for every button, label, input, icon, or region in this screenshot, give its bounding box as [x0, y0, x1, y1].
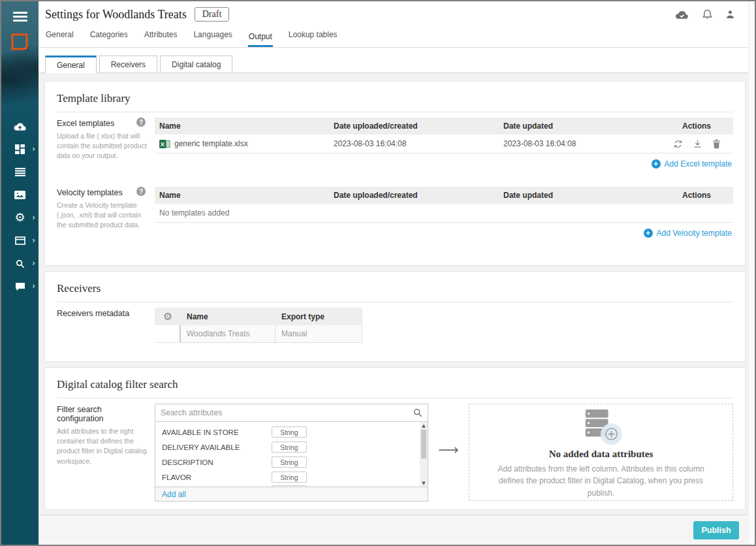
add-circle-icon: [652, 159, 661, 169]
excel-templates-section: Excel templates Upload a file (.xlsx) th…: [45, 112, 745, 172]
section-title: Receivers: [45, 272, 745, 302]
section-title: Template library: [45, 82, 745, 112]
table-header-row: Name Date uploaded/created Date updated …: [155, 118, 733, 135]
page-scrollbar[interactable]: [748, 1, 755, 545]
cloud-sync-icon[interactable]: [674, 9, 689, 20]
column-header-name: Name: [155, 121, 334, 131]
sidebar-item-upload[interactable]: [1, 115, 39, 138]
attribute-type-badge: String: [272, 472, 307, 483]
attribute-item[interactable]: FLAVOR String: [155, 470, 419, 485]
date-uploaded-value: 2023-08-03 16:04:08: [334, 139, 503, 148]
attribute-item[interactable]: AVAILABLE IN STORE String: [155, 425, 419, 440]
tab-output[interactable]: Output: [248, 32, 273, 47]
download-icon[interactable]: [693, 139, 702, 149]
scroll-up-icon[interactable]: [420, 422, 428, 429]
gear-icon: [14, 212, 25, 224]
table-header-row: Name Export type: [155, 308, 362, 325]
column-header-name: Name: [155, 191, 334, 200]
add-all-link[interactable]: Add all: [162, 490, 186, 499]
page-title: Settings for Woodlands Treats: [45, 8, 187, 22]
sidebar-item-media[interactable]: [1, 184, 39, 206]
excel-file-icon: X: [159, 139, 170, 149]
add-velocity-template-label: Add Velocity template: [657, 229, 732, 238]
notifications-icon[interactable]: [702, 9, 712, 20]
search-icon[interactable]: [413, 408, 422, 417]
svg-text:X: X: [161, 141, 165, 148]
subtab-general[interactable]: General: [45, 56, 97, 73]
velocity-templates-table: Name Date uploaded/created Date updated …: [155, 187, 733, 242]
gear-icon[interactable]: [155, 312, 181, 322]
attribute-item[interactable]: DESCRIPTION String: [155, 455, 419, 470]
sidebar-nav: ›: [1, 115, 39, 298]
attribute-item[interactable]: DELIVERY AVAILABLE String: [155, 440, 419, 455]
attribute-item-clipped[interactable]: [155, 485, 419, 487]
subtab-digital-catalog[interactable]: Digital catalog: [160, 56, 232, 72]
column-header-date-uploaded: Date uploaded/created: [334, 121, 503, 131]
tab-lookup-tables[interactable]: Lookup tables: [288, 30, 338, 47]
empty-table-text: No templates added: [155, 208, 334, 217]
date-updated-value: 2023-08-03 16:04:08: [503, 139, 660, 148]
list-scrollbar[interactable]: [420, 422, 428, 487]
empty-state-title: No added data attributes: [549, 449, 654, 460]
receiver-name: Woodlands Treats: [181, 325, 276, 343]
panel-icon: [15, 236, 25, 245]
receiver-export-type: Manual: [276, 325, 362, 343]
publish-button[interactable]: Publish: [693, 521, 739, 539]
menu-icon[interactable]: [1, 1, 39, 31]
tab-general[interactable]: General: [45, 30, 74, 47]
velocity-templates-section: Velocity templates Create a Velocity tem…: [45, 182, 745, 242]
tab-languages[interactable]: Languages: [193, 30, 232, 47]
delete-icon[interactable]: [712, 139, 721, 149]
add-velocity-template[interactable]: Add Velocity template: [155, 223, 733, 242]
image-icon: [14, 191, 25, 199]
chevron-right-icon: ›: [32, 236, 35, 245]
subtab-receivers[interactable]: Receivers: [99, 56, 157, 72]
scrollbar-thumb[interactable]: [421, 430, 426, 458]
scroll-down-icon[interactable]: [420, 479, 428, 487]
sidebar-item-panels[interactable]: ›: [1, 229, 39, 252]
section-title: Digital catalog filter search: [45, 368, 745, 398]
column-header-name: Name: [181, 312, 276, 321]
attribute-list: AVAILABLE IN STORE String DELIVERY AVAIL…: [155, 422, 428, 487]
status-badge: Draft: [195, 7, 230, 22]
add-excel-template[interactable]: Add Excel template: [155, 153, 733, 172]
add-excel-template-label: Add Excel template: [665, 159, 732, 169]
tab-categories[interactable]: Categories: [89, 30, 129, 47]
chevron-right-icon: ›: [32, 281, 35, 291]
attribute-list-box: AVAILABLE IN STORE String DELIVERY AVAIL…: [155, 404, 428, 502]
tab-attributes[interactable]: Attributes: [144, 30, 178, 47]
excel-templates-table: Name Date uploaded/created Date updated …: [155, 118, 733, 172]
list-icon: [15, 168, 25, 176]
attribute-type-badge: String: [272, 457, 307, 468]
footer-bar: Publish: [39, 515, 748, 545]
sidebar-item-dashboard[interactable]: ›: [1, 138, 39, 161]
field-label: Excel templates: [57, 118, 114, 128]
sidebar: ›: [1, 1, 39, 545]
replace-icon[interactable]: [673, 139, 683, 149]
help-icon[interactable]: [136, 187, 146, 196]
database-add-icon: [576, 408, 626, 446]
search-attributes-input[interactable]: [161, 408, 413, 417]
template-library-panel: Template library Excel templates Upload …: [44, 81, 746, 266]
template-file-name: generic template.xlsx: [174, 139, 248, 148]
field-description: Create a Velocity template (.json, .xml)…: [57, 201, 147, 231]
attribute-name: DELIVERY AVAILABLE: [162, 443, 272, 451]
added-attributes-dropzone[interactable]: No added data attributes Add attributes …: [469, 404, 733, 501]
sidebar-item-settings[interactable]: ›: [1, 206, 39, 229]
receivers-table: Name Export type Woodlands Treats Manual: [155, 308, 362, 343]
table-row[interactable]: Woodlands Treats Manual: [155, 325, 362, 343]
sidebar-item-chat[interactable]: ›: [1, 275, 39, 298]
receivers-panel: Receivers Receivers metadata Name: [44, 271, 746, 362]
brand-logo: [1, 33, 39, 52]
chevron-right-icon: ›: [32, 259, 35, 268]
empty-state-description: Add attributes from the left column. Att…: [489, 463, 713, 500]
help-icon[interactable]: [136, 118, 146, 127]
add-all-row: Add all: [155, 487, 428, 501]
filter-search-section: Filter search configuration Add attribut…: [45, 398, 745, 502]
chat-icon: [15, 282, 25, 291]
output-subtabs: General Receivers Digital catalog: [39, 48, 748, 73]
sidebar-item-list[interactable]: [1, 161, 39, 184]
sidebar-item-search[interactable]: ›: [1, 252, 39, 275]
user-icon[interactable]: [725, 9, 735, 20]
dashboard-icon: [15, 144, 25, 154]
